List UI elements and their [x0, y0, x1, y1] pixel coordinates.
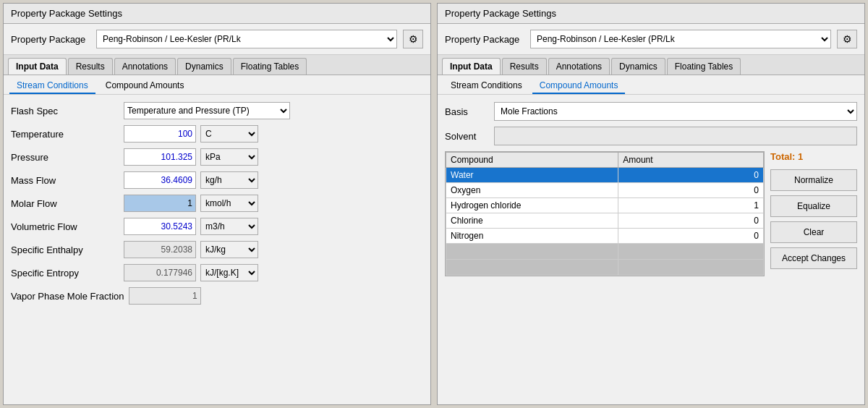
compound-table-area: Compound Amount Water Oxygen — [445, 151, 857, 276]
specificentropy-unit[interactable]: kJ/[kg.K] — [200, 264, 258, 281]
normalize-button[interactable]: Normalize — [770, 169, 857, 191]
vaporphase-label: Vapor Phase Mole Fraction — [11, 291, 124, 302]
table-row[interactable]: Hydrogen chloride — [446, 198, 764, 213]
right-sub-tabs-bar: Stream Conditions Compound Amounts — [438, 75, 864, 95]
total-label: Total: 1 — [770, 151, 803, 162]
solvent-input[interactable] — [494, 127, 857, 145]
right-tab-dynamics[interactable]: Dynamics — [611, 58, 665, 75]
compound-name: Hydrogen chloride — [446, 198, 618, 213]
equalize-button[interactable]: Equalize — [770, 195, 857, 217]
table-row-empty — [446, 260, 764, 276]
right-property-package-label: Property Package — [445, 34, 524, 45]
flash-spec-select[interactable]: Temperature and Pressure (TP) — [124, 102, 290, 119]
empty-cell — [618, 244, 764, 260]
table-row-empty — [446, 244, 764, 260]
right-property-package-row: Property Package Peng-Robinson / Lee-Kes… — [438, 24, 864, 55]
amount-col-header: Amount — [618, 153, 764, 168]
compound-table: Compound Amount Water Oxygen — [445, 151, 765, 276]
right-panel: Property Package Settings Property Packa… — [437, 3, 865, 405]
temperature-unit[interactable]: C — [200, 125, 258, 143]
right-tab-inputdata[interactable]: Input Data — [442, 58, 501, 75]
temperature-row: Temperature C — [11, 125, 423, 143]
compound-amount[interactable] — [618, 229, 764, 244]
vaporphase-input — [129, 287, 201, 305]
empty-cell — [446, 244, 618, 260]
table-row[interactable]: Nitrogen — [446, 229, 764, 244]
right-tab-results[interactable]: Results — [502, 58, 547, 75]
table-row[interactable]: Water — [446, 168, 764, 183]
compound-name: Water — [446, 168, 618, 183]
molarflow-input[interactable] — [124, 195, 196, 212]
right-action-buttons: Total: 1 Normalize Equalize Clear Accept… — [770, 151, 857, 276]
volumetricflow-unit[interactable]: m3/h — [200, 218, 258, 235]
right-tabs-bar: Input Data Results Annotations Dynamics … — [438, 55, 864, 75]
molarflow-label: Molar Flow — [11, 198, 119, 209]
molarflow-row: Molar Flow kmol/h — [11, 195, 423, 212]
specificenthalpy-label: Specific Enthalpy — [11, 245, 119, 255]
left-sub-tabs-bar: Stream Conditions Compound Amounts — [4, 75, 430, 95]
volumetricflow-input[interactable] — [124, 218, 196, 235]
specificenthalpy-input — [124, 241, 196, 258]
left-panel-title: Property Package Settings — [4, 4, 430, 24]
pressure-label: Pressure — [11, 152, 119, 163]
left-tabs-bar: Input Data Results Annotations Dynamics … — [4, 55, 430, 75]
right-gear-button[interactable]: ⚙ — [837, 30, 857, 48]
left-tab-annotations[interactable]: Annotations — [114, 58, 176, 75]
compound-name: Chlorine — [446, 213, 618, 229]
table-row[interactable]: Oxygen — [446, 183, 764, 198]
compound-amount[interactable] — [618, 183, 764, 198]
massflow-unit[interactable]: kg/h — [200, 171, 258, 189]
left-subtab-compoundamounts[interactable]: Compound Amounts — [98, 78, 192, 94]
volumetricflow-row: Volumetric Flow m3/h — [11, 218, 423, 235]
basis-select[interactable]: Mole Fractions — [494, 102, 857, 121]
left-property-package-row: Property Package Peng-Robinson / Lee-Kes… — [4, 24, 430, 55]
accept-changes-button[interactable]: Accept Changes — [770, 247, 857, 269]
basis-row: Basis Mole Fractions — [445, 102, 857, 121]
temperature-input[interactable] — [124, 125, 196, 143]
specificenthalpy-row: Specific Enthalpy kJ/kg — [11, 241, 423, 258]
flash-spec-label: Flash Spec — [11, 106, 119, 116]
left-tab-inputdata[interactable]: Input Data — [8, 58, 67, 75]
right-content-area: Basis Mole Fractions Solvent Compound Am… — [438, 95, 864, 404]
basis-label: Basis — [445, 106, 488, 117]
compound-name: Oxygen — [446, 183, 618, 198]
volumetricflow-label: Volumetric Flow — [11, 221, 119, 232]
compound-amount[interactable] — [618, 198, 764, 213]
table-row[interactable]: Chlorine — [446, 213, 764, 229]
pressure-input[interactable] — [124, 148, 196, 166]
clear-button[interactable]: Clear — [770, 221, 857, 243]
left-tab-dynamics[interactable]: Dynamics — [177, 58, 231, 75]
right-subtab-compoundamounts[interactable]: Compound Amounts — [532, 78, 626, 94]
solvent-row: Solvent — [445, 127, 857, 145]
compound-amount[interactable] — [618, 168, 764, 183]
left-gear-button[interactable]: ⚙ — [403, 30, 423, 48]
massflow-label: Mass Flow — [11, 175, 119, 186]
left-content-area: Flash Spec Temperature and Pressure (TP)… — [4, 95, 430, 404]
right-tab-floatingtables[interactable]: Floating Tables — [667, 58, 741, 75]
flash-spec-row: Flash Spec Temperature and Pressure (TP) — [11, 102, 423, 119]
right-subtab-streamconditions[interactable]: Stream Conditions — [443, 78, 529, 94]
empty-cell — [618, 260, 764, 276]
pressure-unit[interactable]: kPa — [200, 148, 258, 166]
massflow-input[interactable] — [124, 171, 196, 189]
solvent-label: Solvent — [445, 131, 488, 142]
temperature-label: Temperature — [11, 129, 119, 140]
molarflow-unit[interactable]: kmol/h — [200, 195, 258, 212]
right-property-package-select[interactable]: Peng-Robinson / Lee-Kesler (PR/Lk — [530, 30, 831, 48]
specificenthalpy-unit[interactable]: kJ/kg — [200, 241, 258, 258]
compound-col-header: Compound — [446, 153, 618, 168]
vaporphase-row: Vapor Phase Mole Fraction — [11, 287, 423, 305]
compound-amount[interactable] — [618, 213, 764, 229]
right-panel-title: Property Package Settings — [438, 4, 864, 24]
left-property-package-label: Property Package — [11, 34, 90, 45]
left-property-package-select[interactable]: Peng-Robinson / Lee-Kesler (PR/Lk — [96, 30, 397, 48]
left-tab-floatingtables[interactable]: Floating Tables — [233, 58, 307, 75]
specificentropy-input — [124, 264, 196, 281]
left-tab-results[interactable]: Results — [68, 58, 113, 75]
right-tab-annotations[interactable]: Annotations — [548, 58, 610, 75]
left-subtab-streamconditions[interactable]: Stream Conditions — [9, 78, 95, 94]
specificentropy-row: Specific Entropy kJ/[kg.K] — [11, 264, 423, 281]
pressure-row: Pressure kPa — [11, 148, 423, 166]
left-panel: Property Package Settings Property Packa… — [3, 3, 431, 405]
compound-name: Nitrogen — [446, 229, 618, 244]
